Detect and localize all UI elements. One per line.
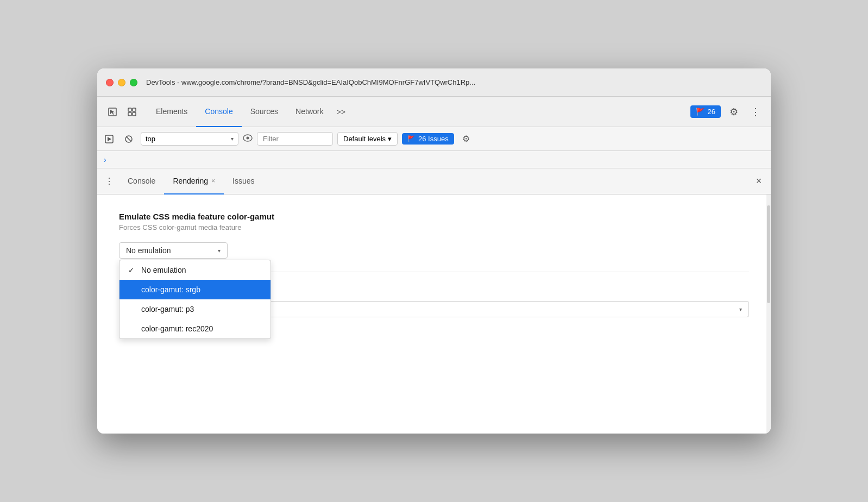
dropdown-item-label: color-gamut: p3 (141, 305, 194, 313)
dropdown-item-rec2020[interactable]: ✓ color-gamut: rec2020 (119, 319, 271, 338)
breadcrumb-bar: › (97, 151, 771, 168)
color-gamut-dropdown-wrapper: No emulation ▾ ✓ No emulation ✓ color-ga… (119, 242, 228, 259)
traffic-lights (106, 79, 137, 86)
close-button[interactable] (106, 79, 114, 86)
color-gamut-selected-value: No emulation (126, 246, 171, 255)
svg-rect-3 (128, 112, 131, 116)
execute-button[interactable] (102, 131, 117, 147)
color-gamut-subtitle: Forces CSS color-gamut media feature (119, 223, 749, 231)
drawer-tab-rendering[interactable]: Rendering × (164, 168, 224, 194)
tab-console[interactable]: Console (196, 97, 241, 127)
main-content: Emulate CSS media feature color-gamut Fo… (97, 194, 771, 434)
color-gamut-dropdown-menu: ✓ No emulation ✓ color-gamut: srgb ✓ col… (119, 260, 271, 339)
tab-navigation: Elements Console Sources Network >> (147, 97, 684, 127)
minimize-button[interactable] (118, 79, 125, 86)
issues-flag-icon: 🚩 (696, 108, 705, 116)
vision-chevron-icon: ▾ (739, 306, 742, 312)
close-rendering-tab[interactable]: × (211, 177, 215, 185)
cursor-icon (108, 107, 117, 117)
dropdown-item-label: color-gamut: rec2020 (141, 324, 213, 333)
svg-rect-2 (133, 108, 136, 111)
layers-icon-button[interactable] (123, 103, 141, 121)
color-gamut-title: Emulate CSS media feature color-gamut (119, 212, 749, 221)
close-drawer-button[interactable]: × (751, 174, 766, 189)
console-settings-button[interactable]: ⚙ (458, 131, 474, 147)
toolbar-right: 🚩 26 ⚙ ⋮ (690, 103, 764, 121)
eye-svg (243, 134, 253, 142)
ban-icon (124, 135, 133, 143)
check-icon: ✓ (128, 266, 137, 274)
color-gamut-select[interactable]: No emulation ▾ (119, 242, 228, 259)
tab-sources[interactable]: Sources (242, 97, 287, 127)
log-level-selector[interactable]: Default levels ▾ (337, 132, 398, 146)
chevron-down-icon: ▾ (231, 136, 234, 142)
dropdown-item-srgb[interactable]: ✓ color-gamut: srgb (119, 280, 271, 299)
issues-count-sm: 26 Issues (418, 135, 449, 143)
drawer-more-button[interactable]: ⋮ (102, 174, 117, 189)
cursor-icon-button[interactable] (104, 103, 121, 121)
svg-point-10 (247, 136, 249, 139)
log-level-arrow: ▾ (388, 135, 392, 143)
context-value: top (146, 135, 155, 143)
svg-line-8 (127, 136, 131, 141)
scrollbar-track[interactable] (766, 194, 771, 434)
tab-network[interactable]: Network (287, 97, 332, 127)
window-title: DevTools - www.google.com/chrome/?brand=… (146, 78, 762, 86)
dropdown-item-label: color-gamut: srgb (141, 285, 200, 294)
maximize-button[interactable] (130, 79, 137, 86)
issues-flag-icon-sm: 🚩 (407, 135, 415, 142)
dropdown-item-p3[interactable]: ✓ color-gamut: p3 (119, 299, 271, 319)
execute-icon (105, 135, 114, 143)
issues-badge-small[interactable]: 🚩 26 Issues (402, 133, 454, 145)
issues-badge[interactable]: 🚩 26 (690, 105, 721, 118)
main-toolbar: Elements Console Sources Network >> 🚩 26… (97, 97, 771, 127)
title-bar: DevTools - www.google.com/chrome/?brand=… (97, 68, 771, 97)
scrollbar-thumb[interactable] (767, 205, 770, 303)
devtools-window: DevTools - www.google.com/chrome/?brand=… (97, 68, 771, 434)
log-level-label: Default levels (343, 135, 386, 143)
tab-more-button[interactable]: >> (332, 97, 349, 127)
svg-rect-1 (128, 108, 131, 111)
context-selector[interactable]: top ▾ (141, 132, 238, 146)
chevron-down-icon: ▾ (218, 248, 221, 254)
layers-icon (127, 107, 137, 117)
dropdown-item-no-emulation[interactable]: ✓ No emulation (119, 260, 271, 280)
settings-button[interactable]: ⚙ (725, 103, 743, 121)
drawer-tab-bar: ⋮ Console Rendering × Issues × (97, 168, 771, 194)
drawer-tab-issues[interactable]: Issues (224, 168, 263, 194)
dropdown-item-label: No emulation (141, 266, 186, 274)
tab-elements[interactable]: Elements (147, 97, 196, 127)
ban-button[interactable] (121, 131, 136, 147)
svg-marker-6 (108, 137, 111, 141)
breadcrumb-arrow[interactable]: › (104, 155, 106, 164)
drawer-tab-console[interactable]: Console (119, 168, 164, 194)
more-options-button[interactable]: ⋮ (747, 103, 764, 121)
console-toolbar: top ▾ Default levels ▾ 🚩 26 Issues ⚙ (97, 127, 771, 151)
eye-icon[interactable] (243, 134, 253, 144)
filter-input[interactable] (257, 132, 333, 146)
issues-count: 26 (708, 108, 715, 116)
rendering-panel: Emulate CSS media feature color-gamut Fo… (97, 194, 771, 335)
svg-rect-4 (133, 112, 136, 116)
